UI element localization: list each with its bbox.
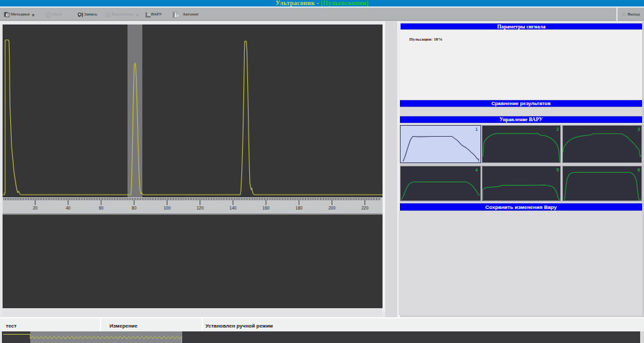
- svg-text:80: 80: [132, 206, 137, 210]
- svg-text:60: 60: [99, 206, 104, 210]
- svg-text:3: 3: [638, 127, 640, 132]
- svg-text:20: 20: [33, 206, 38, 210]
- svg-text:220: 220: [361, 206, 368, 210]
- svg-text:200: 200: [328, 206, 336, 210]
- svg-text:4: 4: [475, 168, 478, 172]
- svg-text:120: 120: [196, 206, 204, 210]
- svg-text:1: 1: [475, 127, 478, 132]
- svg-text:180: 180: [296, 206, 303, 210]
- svg-text:5: 5: [556, 168, 559, 172]
- svg-text:2: 2: [556, 127, 559, 132]
- svg-text:6: 6: [638, 168, 640, 172]
- svg-text:160: 160: [263, 206, 270, 210]
- svg-text:40: 40: [66, 206, 71, 210]
- svg-text:140: 140: [229, 206, 236, 210]
- svg-text:100: 100: [164, 206, 171, 210]
